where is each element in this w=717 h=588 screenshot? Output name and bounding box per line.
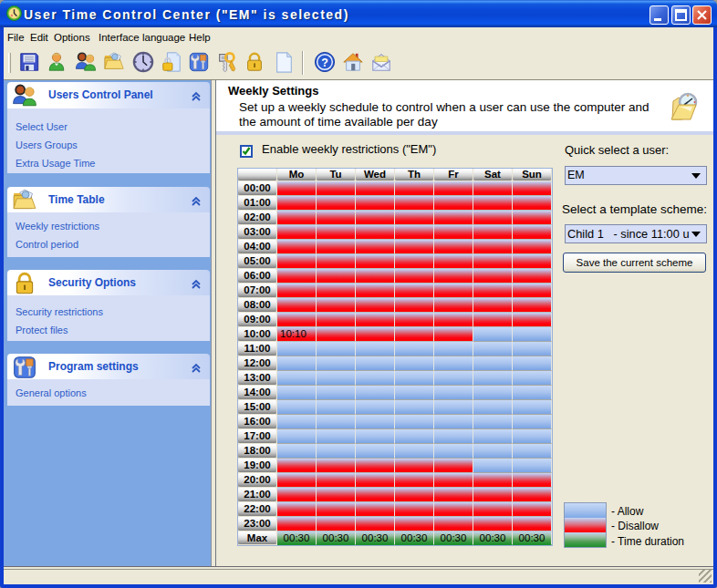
svg-text:?: ? (321, 57, 328, 69)
